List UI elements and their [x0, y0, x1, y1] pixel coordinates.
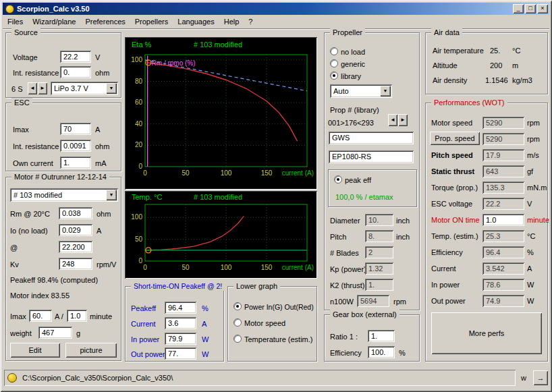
prop-speed-button[interactable]: Prop. speed [430, 132, 480, 145]
short-peakeff-unit: % [202, 304, 209, 313]
menu-preferences[interactable]: Preferences [80, 16, 130, 27]
diameter-field[interactable]: 10. [365, 214, 393, 226]
minimize-button[interactable]: _ [513, 4, 524, 13]
radio-generic[interactable] [330, 59, 338, 67]
perf-esc-voltage-unit: V [527, 200, 532, 208]
at-field[interactable]: 22.200 [59, 241, 92, 253]
radio-motor-speed-label[interactable]: Motor speed [244, 319, 285, 328]
perf-esc-voltage-label: ESC voltage [431, 200, 472, 208]
kp-field[interactable]: 1.32 [365, 262, 393, 275]
radio-no-load[interactable] [330, 47, 338, 55]
prop-brand-field[interactable]: GWS [329, 132, 414, 144]
altitude-value: 200 [490, 61, 502, 70]
menu-languages[interactable]: Languages [173, 16, 219, 27]
perf-efficiency-label: Efficiency [431, 248, 463, 257]
k2-field[interactable]: 1. [365, 279, 393, 291]
motor-imax-unit: minute [90, 312, 112, 321]
esc-imax-field[interactable]: 70 [60, 123, 91, 135]
short-time-group: Short-time-ON Peakeff @ 2! Peakeff 96.4 … [125, 286, 224, 362]
short-in-power-field[interactable]: 79.9 [165, 333, 196, 345]
svg-text:50: 50 [182, 169, 190, 177]
title-bar[interactable]: Scorpion_Calc v3.50 _ □ × [3, 3, 549, 15]
menu-files[interactable]: Files [3, 16, 28, 27]
radio-peak-eff-label[interactable]: peak eff [345, 176, 371, 185]
menu-propellers[interactable]: Propellers [130, 16, 173, 27]
gear-ratio-label: Ratio 1 : [330, 333, 358, 341]
status-app-icon [7, 373, 17, 383]
n100w-label: n100W [330, 298, 354, 306]
gear-ratio-field[interactable]: 1. [368, 330, 395, 342]
menu-separator [3, 28, 549, 30]
eta-chart-plot: 050100150020406080100current (A)Rm / rpm… [125, 37, 317, 190]
radio-no-load-label[interactable]: no load [341, 48, 365, 57]
source-group-title: Source [11, 28, 40, 37]
prop-prev-button[interactable]: ◄ [388, 114, 397, 126]
menu-wizard-plane[interactable]: Wizard/plane [28, 16, 80, 27]
n100w-field[interactable]: 5694 [357, 295, 389, 307]
menu-question[interactable]: ? [244, 16, 257, 27]
radio-library[interactable] [330, 72, 338, 80]
perf-in-power-unit: W [527, 281, 534, 289]
cells-increment-button[interactable]: ► [38, 82, 47, 94]
radio-generic-label[interactable]: generic [341, 60, 365, 69]
perf-pitch-speed-unit: m/s [527, 151, 539, 160]
radio-temperature-label[interactable]: Temperature (estim.) [244, 335, 312, 344]
air-temperature-label: Air temperature [433, 47, 484, 55]
picture-button[interactable]: picture [65, 343, 117, 358]
motor-group: Motor # Outrunner 12-12-14 # 103 modifie… [5, 177, 121, 361]
radio-peak-eff[interactable] [334, 175, 342, 184]
motor-imax-time-field[interactable]: 1.0 [67, 310, 87, 322]
chevron-down-icon[interactable]: ▼ [380, 86, 391, 96]
perf-efficiency-value: 96.4 [482, 246, 524, 258]
prop-model-field[interactable]: EP1080-RS [329, 150, 414, 163]
air-data-group: Air data Air temperature 25. °C Altitude… [425, 32, 548, 94]
perf-pitch-speed-label: Pitch speed [431, 151, 473, 160]
perf-motor-on-time-field[interactable]: 1.0 [482, 214, 524, 226]
performances-group-title: Performances (WOT) [431, 98, 507, 107]
maximize-button[interactable]: □ [525, 4, 536, 13]
radio-motor-speed[interactable] [233, 318, 242, 327]
short-current-field[interactable]: 3.6 [165, 317, 196, 329]
chevron-down-icon[interactable]: ▼ [106, 190, 117, 200]
perf-temp-unit: °C [527, 232, 535, 241]
short-out-power-field[interactable]: 77. [165, 347, 196, 360]
voltage-field[interactable]: 22.2 [60, 51, 91, 63]
motor-imax-field[interactable]: 60. [29, 310, 52, 322]
esc-resistance-field[interactable]: 0.0091 [60, 140, 91, 152]
weight-field[interactable]: 467 [38, 327, 72, 339]
close-button[interactable]: × [537, 4, 548, 13]
app-window: Scorpion_Calc v3.50 _ □ × Files Wizard/p… [0, 0, 552, 392]
lower-graph-group: Lower graph Power In(G) Out(Red) Motor s… [227, 286, 317, 362]
svg-text:100: 100 [221, 169, 232, 177]
chevron-down-icon[interactable]: ▼ [106, 83, 117, 94]
source-resistance-field[interactable]: 0. [60, 66, 91, 78]
esc-own-current-field[interactable]: 1. [60, 157, 91, 169]
gear-efficiency-field[interactable]: 100. [368, 346, 395, 358]
esc-imax-unit: A [95, 125, 100, 134]
perf-motor-speed-value: 5290 [482, 117, 524, 129]
prop-auto-select[interactable]: Auto ▼ [330, 84, 392, 98]
rm-field[interactable]: 0.038 [59, 207, 92, 219]
svg-text:150: 150 [261, 169, 273, 177]
motor-select[interactable]: # 103 modified ▼ [10, 188, 118, 202]
status-arrow-button[interactable]: → [533, 370, 548, 385]
radio-library-label[interactable]: library [341, 72, 361, 81]
short-peakeff-field[interactable]: 96.4 [165, 302, 196, 314]
perf-temp-label: Temp. (estim.) [431, 232, 478, 241]
blades-field[interactable]: 2 [365, 246, 393, 258]
battery-type-select[interactable]: LiPo 3.7 V ▼ [51, 82, 118, 95]
rm-label: Rm @ 20°C [10, 210, 50, 219]
radio-power-in-out-label[interactable]: Power In(G) Out(Red) [244, 303, 314, 312]
radio-temperature[interactable] [233, 335, 242, 343]
pitch-field[interactable]: 8. [365, 230, 393, 242]
io-field[interactable]: 0.029 [59, 224, 92, 236]
menu-help[interactable]: Help [219, 16, 244, 27]
prop-next-button[interactable]: ► [398, 114, 408, 126]
cells-decrement-button[interactable]: ◄ [28, 82, 37, 94]
radio-power-in-out[interactable] [233, 302, 242, 310]
edit-button[interactable]: Edit [10, 343, 60, 358]
source-resistance-unit: ohm [95, 69, 109, 78]
kv-field[interactable]: 248 [59, 258, 92, 270]
more-perfs-button[interactable]: More perfs [431, 312, 542, 354]
k2-label: K2 (thrust) [330, 281, 364, 290]
